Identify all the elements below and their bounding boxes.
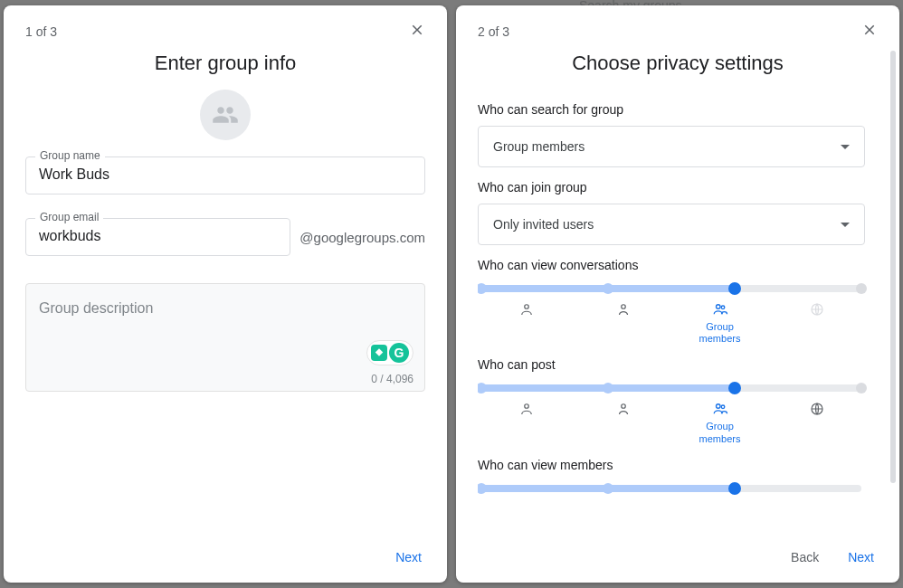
stop-label-group-members: Groupmembers [699,321,741,345]
group-name-label: Group name [35,149,105,162]
who-can-join-label: Who can join group [478,180,865,194]
who-can-view-conversations-label: Who can view conversations [478,258,865,272]
group-email-label: Group email [35,211,103,223]
svg-point-5 [524,404,528,409]
grammarly-badge[interactable]: G [366,340,413,365]
grammarly-logo-icon: G [389,343,409,363]
caret-down-icon [841,223,850,227]
public-icon [809,301,825,319]
grammarly-tone-icon [371,345,387,361]
svg-point-8 [721,405,725,409]
who-can-search-label: Who can search for group [478,102,865,117]
group-avatar-placeholder [200,90,251,140]
who-can-post-stops: Groupmembers [478,401,865,444]
people-icon [212,101,239,128]
svg-point-6 [621,404,625,409]
manager-icon [615,401,632,419]
who-can-search-select[interactable]: Group members [478,126,865,167]
svg-point-0 [524,305,528,309]
group-email-input[interactable] [39,228,277,244]
email-domain-suffix: @googlegroups.com [299,230,425,245]
svg-point-7 [716,404,720,409]
owner-icon [518,401,535,419]
group-info-modal: 1 of 3 Enter group info Group name Group… [4,5,447,583]
select-value: Only invited users [493,217,594,232]
view-conversations-stops: Groupmembers [478,301,865,345]
manager-icon [615,301,632,319]
select-value: Group members [493,139,585,154]
close-icon[interactable] [409,22,425,41]
privacy-settings-modal: 2 of 3 Choose privacy settings Who can s… [456,5,899,583]
who-can-post-label: Who can post [478,357,865,372]
public-icon [809,401,825,419]
svg-point-1 [621,305,625,309]
view-conversations-slider[interactable] [481,281,861,296]
group-members-icon [711,301,729,319]
owner-icon [518,301,535,319]
group-description-field[interactable]: Group description G 0 / 4,096 [25,283,425,392]
next-button[interactable]: Next [844,543,878,572]
who-can-join-select[interactable]: Only invited users [478,204,865,245]
step-indicator: 1 of 3 [25,24,57,39]
group-description-placeholder: Group description [39,300,153,316]
caret-down-icon [841,145,850,149]
svg-point-3 [721,306,725,309]
group-name-input[interactable] [39,166,412,183]
back-button[interactable]: Back [787,543,822,572]
who-can-post-slider[interactable] [481,381,861,395]
group-email-field[interactable]: Group email [25,218,290,256]
who-can-view-members-label: Who can view members [478,458,865,472]
description-char-counter: 0 / 4,096 [371,373,413,385]
close-icon[interactable] [861,22,878,41]
group-name-field[interactable]: Group name [25,156,425,194]
modal-title: Enter group info [25,52,425,75]
scrollbar[interactable] [890,51,896,483]
next-button[interactable]: Next [392,543,425,572]
step-indicator: 2 of 3 [478,24,509,39]
group-members-icon [711,401,729,419]
stop-label-group-members: Groupmembers [699,421,741,444]
modal-title: Choose privacy settings [478,52,878,75]
view-members-slider[interactable] [481,481,861,496]
svg-point-2 [716,305,720,309]
